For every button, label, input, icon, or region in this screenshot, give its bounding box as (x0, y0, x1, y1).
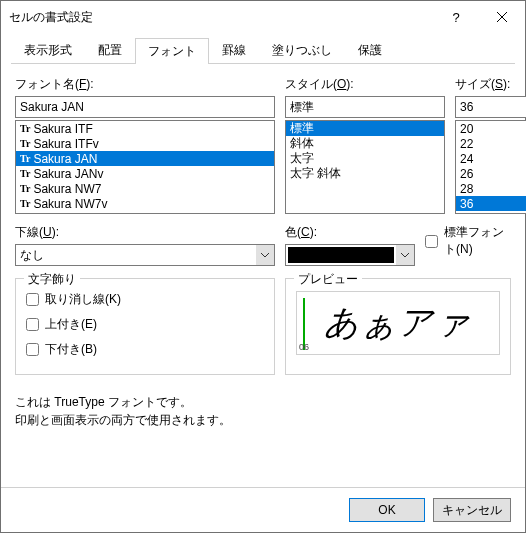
tab-font[interactable]: フォント (135, 38, 209, 64)
color-label: 色(C): (285, 224, 415, 241)
font-list-item[interactable]: TrSakura JAN (16, 151, 274, 166)
font-list-item[interactable]: TrSakura ITFv (16, 136, 274, 151)
tab-border[interactable]: 罫線 (209, 37, 259, 63)
help-button[interactable]: ? (433, 1, 479, 33)
standard-font-input[interactable] (425, 235, 438, 248)
standard-font-label: 標準フォント(N) (444, 224, 511, 258)
superscript-input[interactable] (26, 318, 39, 331)
truetype-icon: Tr (20, 123, 30, 134)
cancel-button[interactable]: キャンセル (433, 498, 511, 522)
superscript-checkbox[interactable]: 上付き(E) (26, 316, 264, 333)
font-list-item[interactable]: TrSakura NW7 (16, 181, 274, 196)
tab-fill[interactable]: 塗りつぶし (259, 37, 345, 63)
font-list-item[interactable]: TrSakura NW7v (16, 196, 274, 211)
style-list-item[interactable]: 標準 (286, 121, 444, 136)
font-list-item[interactable]: TrSakura ITF (16, 121, 274, 136)
info-text: これは TrueType フォントです。 印刷と画面表示の両方で使用されます。 (15, 393, 511, 429)
preview-group-title: プレビュー (294, 271, 362, 288)
preview-group: プレビュー 06 あぁアァ (285, 278, 511, 375)
size-list-item[interactable]: 26 (456, 166, 526, 181)
font-size-input[interactable] (455, 96, 526, 118)
color-combo[interactable] (285, 244, 415, 266)
titlebar-title: セルの書式設定 (9, 9, 433, 26)
tab-number-format[interactable]: 表示形式 (11, 37, 85, 63)
color-swatch (288, 247, 394, 263)
truetype-icon: Tr (20, 183, 30, 194)
style-list-item[interactable]: 斜体 (286, 136, 444, 151)
standard-font-checkbox[interactable]: 標準フォント(N) (425, 224, 511, 258)
content-area: フォント名(F): TrSakura ITF TrSakura ITFv TrS… (1, 64, 525, 487)
tab-strip: 表示形式 配置 フォント 罫線 塗りつぶし 保護 (11, 37, 515, 64)
font-style-listbox[interactable]: 標準 斜体 太字 太字 斜体 (285, 120, 445, 214)
style-list-item[interactable]: 太字 斜体 (286, 166, 444, 181)
titlebar: セルの書式設定 ? (1, 1, 525, 33)
info-line-2: 印刷と画面表示の両方で使用されます。 (15, 411, 511, 429)
font-name-input[interactable] (15, 96, 275, 118)
size-list-item[interactable]: 36 (456, 196, 526, 211)
font-name-listbox[interactable]: TrSakura ITF TrSakura ITFv TrSakura JAN … (15, 120, 275, 214)
size-list-item[interactable]: 22 (456, 136, 526, 151)
strikethrough-input[interactable] (26, 293, 39, 306)
style-list-item[interactable]: 太字 (286, 151, 444, 166)
preview-sample-text: あぁアァ (324, 300, 472, 346)
font-list-item[interactable]: TrSakura JANv (16, 166, 274, 181)
truetype-icon: Tr (20, 138, 30, 149)
font-size-label: サイズ(S): (455, 76, 526, 93)
preview-badge: 06 (299, 342, 309, 352)
truetype-icon: Tr (20, 153, 30, 164)
underline-label: 下線(U): (15, 224, 275, 241)
subscript-input[interactable] (26, 343, 39, 356)
truetype-icon: Tr (20, 168, 30, 179)
subscript-checkbox[interactable]: 下付き(B) (26, 341, 264, 358)
size-list-item[interactable]: 28 (456, 181, 526, 196)
preview-box: 06 あぁアァ (296, 291, 500, 355)
chevron-down-icon[interactable] (396, 245, 414, 265)
size-list-item[interactable]: 20 (456, 121, 526, 136)
info-line-1: これは TrueType フォントです。 (15, 393, 511, 411)
font-size-listbox[interactable]: 20 22 24 26 28 36 (455, 120, 526, 214)
dialog-window: セルの書式設定 ? 表示形式 配置 フォント 罫線 塗りつぶし 保護 フォント名… (0, 0, 526, 533)
tab-alignment[interactable]: 配置 (85, 37, 135, 63)
underline-value: なし (16, 245, 256, 265)
strikethrough-checkbox[interactable]: 取り消し線(K) (26, 291, 264, 308)
tab-protection[interactable]: 保護 (345, 37, 395, 63)
close-button[interactable] (479, 1, 525, 33)
underline-combo[interactable]: なし (15, 244, 275, 266)
size-list-item[interactable]: 24 (456, 151, 526, 166)
text-decoration-group: 文字飾り 取り消し線(K) 上付き(E) 下付き(B) (15, 278, 275, 375)
decoration-group-title: 文字飾り (24, 271, 80, 288)
font-style-label: スタイル(O): (285, 76, 445, 93)
ok-button[interactable]: OK (349, 498, 425, 522)
truetype-icon: Tr (20, 198, 30, 209)
chevron-down-icon[interactable] (256, 245, 274, 265)
dialog-buttons: OK キャンセル (1, 487, 525, 532)
font-name-label: フォント名(F): (15, 76, 275, 93)
font-style-input[interactable] (285, 96, 445, 118)
